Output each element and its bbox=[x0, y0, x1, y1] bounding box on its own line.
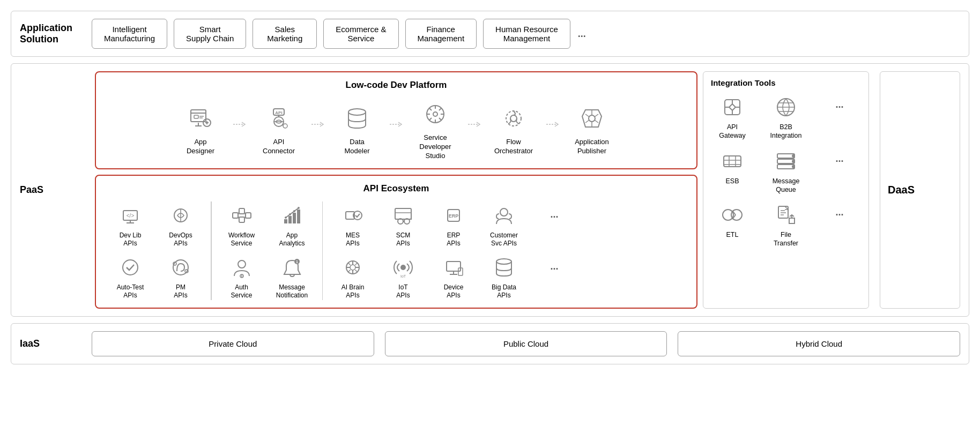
api-item: ERP ERP APIs bbox=[432, 201, 475, 248]
paas-section: PaaS Low-code Dev Platform App Designer … bbox=[11, 63, 969, 317]
api-item-label: AI Brain APIs bbox=[341, 283, 365, 300]
flow-arrow bbox=[387, 120, 406, 129]
api-item-label: PM APIs bbox=[174, 283, 187, 300]
api-item: Auto-Test APIs bbox=[109, 253, 152, 300]
api-divider bbox=[211, 201, 212, 300]
lowcode-item-icon bbox=[576, 102, 608, 135]
api-item-icon: </> bbox=[116, 201, 144, 229]
app-solution-section: Application Solution Intelligent Manufac… bbox=[11, 11, 969, 57]
iaas-section: IaaS Private CloudPublic CloudHybrid Clo… bbox=[11, 323, 969, 364]
api-item-icon bbox=[490, 253, 518, 281]
svg-point-84 bbox=[496, 259, 511, 264]
svg-point-41 bbox=[123, 260, 138, 275]
api-eco-box: API Ecosystem </> Dev Lib APIs DevOps AP… bbox=[95, 175, 697, 309]
integration-ellipsis: ... bbox=[818, 201, 861, 218]
lowcode-item-label: App Designer bbox=[187, 138, 214, 156]
daas-panel: DaaS bbox=[880, 71, 960, 309]
svg-point-77 bbox=[350, 265, 355, 270]
svg-point-57 bbox=[285, 216, 287, 219]
svg-rect-48 bbox=[246, 213, 251, 218]
integration-item-icon bbox=[719, 201, 746, 228]
lowcode-item-icon bbox=[341, 102, 373, 135]
iaas-card: Hybrid Cloud bbox=[678, 331, 960, 356]
integration-ellipsis: ... bbox=[818, 94, 861, 110]
svg-text:IoT: IoT bbox=[400, 274, 406, 278]
app-solution-label: Application Solution bbox=[20, 23, 84, 45]
svg-rect-2 bbox=[194, 115, 198, 118]
svg-point-16 bbox=[283, 124, 287, 128]
svg-point-103 bbox=[792, 160, 795, 163]
api-item: 1 Message Notification bbox=[271, 253, 314, 300]
svg-point-78 bbox=[400, 265, 406, 270]
integration-item: File Transfer bbox=[764, 201, 807, 248]
api-group-row: AI Brain APIs IoT IoT APIs Device APIs B… bbox=[331, 253, 576, 300]
api-item-icon: 1 bbox=[278, 253, 306, 281]
api-item: DevOps APIs bbox=[159, 201, 202, 248]
api-item-label: Workflow Service bbox=[228, 232, 255, 248]
svg-line-52 bbox=[244, 215, 246, 220]
svg-rect-68 bbox=[395, 208, 411, 219]
lowcode-item-icon bbox=[419, 98, 451, 130]
iaas-cards: Private CloudPublic CloudHybrid Cloud bbox=[92, 331, 960, 356]
api-item: Device APIs bbox=[432, 253, 475, 300]
lowcode-box: Low-code Dev Platform App Designer API A… bbox=[95, 71, 697, 169]
api-item-label: Dev Lib APIs bbox=[120, 232, 142, 248]
app-solution-card: Ecommerce & Service bbox=[323, 19, 398, 49]
integration-item-label: API Gateway bbox=[719, 123, 745, 140]
api-item: AI Brain APIs bbox=[331, 253, 374, 300]
api-item-icon bbox=[440, 253, 467, 281]
app-solution-row: Application Solution Intelligent Manufac… bbox=[20, 19, 960, 49]
integration-item-icon bbox=[773, 201, 799, 228]
lowcode-item-label: Data Modeler bbox=[345, 138, 370, 156]
lowcode-item-icon bbox=[184, 102, 217, 135]
integration-row: API Gateway B2B Integration... bbox=[711, 94, 861, 140]
flow-arrow bbox=[543, 120, 562, 129]
lowcode-item: Flow Orchestrator bbox=[484, 102, 543, 156]
api-item: PM APIs bbox=[159, 253, 202, 300]
svg-rect-53 bbox=[284, 219, 287, 223]
api-item-label: SCM APIs bbox=[396, 232, 411, 248]
app-solution-card: Sales Marketing bbox=[253, 19, 317, 49]
app-solution-card: Human Resource Management bbox=[483, 19, 570, 49]
svg-point-22 bbox=[433, 112, 437, 116]
svg-rect-55 bbox=[293, 213, 296, 223]
api-item: IoT IoT APIs bbox=[382, 253, 425, 300]
api-item: SCM APIs bbox=[382, 201, 425, 248]
iaas-row: IaaS Private CloudPublic CloudHybrid Clo… bbox=[20, 331, 960, 356]
api-item-icon bbox=[116, 253, 144, 281]
api-item-label: Device APIs bbox=[444, 283, 464, 300]
integration-item-icon bbox=[773, 94, 799, 121]
daas-label: DaaS bbox=[888, 184, 952, 196]
svg-point-61 bbox=[238, 260, 246, 268]
integration-item: ESB bbox=[711, 148, 754, 185]
svg-line-49 bbox=[238, 211, 239, 215]
api-item-label: App Analytics bbox=[279, 232, 305, 248]
integration-item-label: File Transfer bbox=[774, 230, 798, 248]
api-item-icon bbox=[278, 201, 306, 229]
api-item-label: MES APIs bbox=[346, 232, 360, 248]
api-group: Workflow Service App Analytics Auth Serv… bbox=[216, 201, 318, 300]
integration-item-label: ESB bbox=[725, 177, 739, 185]
api-group-row: Auto-Test APIs PM APIs bbox=[109, 253, 202, 300]
svg-point-60 bbox=[298, 207, 300, 209]
api-item-icon bbox=[167, 253, 195, 281]
api-item: MES APIs bbox=[331, 201, 374, 248]
lowcode-title: Low-code Dev Platform bbox=[105, 80, 688, 91]
integration-row: ESB Message Queue... bbox=[711, 148, 861, 195]
svg-text:1: 1 bbox=[296, 260, 298, 264]
api-item: App Analytics bbox=[271, 201, 314, 248]
lowcode-item: App Designer bbox=[171, 102, 230, 156]
api-item-icon bbox=[490, 201, 518, 229]
api-item: Big Data APIs bbox=[482, 253, 525, 300]
lowcode-item-icon: API bbox=[263, 102, 295, 135]
integration-row: ETL File Transfer... bbox=[711, 201, 861, 248]
svg-line-30 bbox=[595, 114, 598, 117]
integration-item-label: Message Queue bbox=[773, 177, 800, 195]
svg-text:API: API bbox=[275, 110, 282, 115]
api-ellipsis: ... bbox=[533, 253, 576, 272]
api-eco-inner: </> Dev Lib APIs DevOps APIs Auto-Test A… bbox=[105, 201, 688, 300]
lowcode-item-label: Service Developer Studio bbox=[419, 133, 451, 161]
integration-ellipsis: ... bbox=[818, 148, 861, 165]
iaas-label: IaaS bbox=[20, 338, 84, 349]
iaas-card: Private Cloud bbox=[92, 331, 374, 356]
